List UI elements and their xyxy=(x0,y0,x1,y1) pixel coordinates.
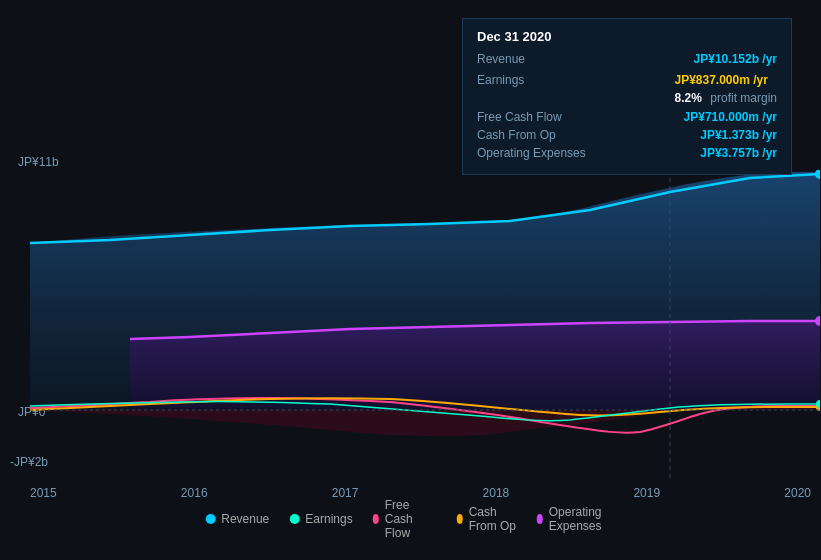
chart-legend: Revenue Earnings Free Cash Flow Cash Fro… xyxy=(205,498,616,540)
legend-opex[interactable]: Operating Expenses xyxy=(537,505,616,533)
tooltip-label-revenue: Revenue xyxy=(477,52,587,66)
tooltip-label-fcf: Free Cash Flow xyxy=(477,110,587,124)
legend-dot-earnings xyxy=(289,514,299,524)
legend-dot-fcf xyxy=(373,514,379,524)
earnings-group: JP¥837.000m /yr 8.2% profit margin xyxy=(674,70,777,106)
legend-cashfromop[interactable]: Cash From Op xyxy=(457,505,517,533)
tooltip-label-earnings: Earnings xyxy=(477,73,587,87)
legend-label-opex: Operating Expenses xyxy=(549,505,616,533)
tooltip-value-opex: JP¥3.757b /yr xyxy=(700,146,777,160)
x-label-2019: 2019 xyxy=(633,486,660,500)
x-label-2016: 2016 xyxy=(181,486,208,500)
x-label-2020: 2020 xyxy=(784,486,811,500)
profit-margin-label: profit margin xyxy=(710,91,777,105)
legend-dot-revenue xyxy=(205,514,215,524)
tooltip-value-revenue: JP¥10.152b /yr xyxy=(694,52,777,66)
tooltip-row-cashfromop: Cash From Op JP¥1.373b /yr xyxy=(477,128,777,142)
tooltip-label-cashfromop: Cash From Op xyxy=(477,128,587,142)
legend-label-cashfromop: Cash From Op xyxy=(469,505,517,533)
tooltip-row-opex: Operating Expenses JP¥3.757b /yr xyxy=(477,146,777,160)
legend-label-revenue: Revenue xyxy=(221,512,269,526)
y-label-top: JP¥11b xyxy=(18,155,59,169)
tooltip-row-revenue: Revenue JP¥10.152b /yr xyxy=(477,52,777,66)
tooltip-label-opex: Operating Expenses xyxy=(477,146,587,160)
legend-label-earnings: Earnings xyxy=(305,512,352,526)
legend-label-fcf: Free Cash Flow xyxy=(385,498,437,540)
chart-svg xyxy=(30,170,820,480)
tooltip-row-fcf: Free Cash Flow JP¥710.000m /yr xyxy=(477,110,777,124)
legend-fcf[interactable]: Free Cash Flow xyxy=(373,498,437,540)
x-label-2015: 2015 xyxy=(30,486,57,500)
chart-container: Dec 31 2020 Revenue JP¥10.152b /yr Earni… xyxy=(0,0,821,560)
profit-margin-value: 8.2% xyxy=(674,91,701,105)
tooltip-value-fcf: JP¥710.000m /yr xyxy=(684,110,777,124)
tooltip-value-earnings: JP¥837.000m /yr xyxy=(674,73,767,87)
tooltip-box: Dec 31 2020 Revenue JP¥10.152b /yr Earni… xyxy=(462,18,792,175)
legend-dot-cashfromop xyxy=(457,514,463,524)
legend-revenue[interactable]: Revenue xyxy=(205,512,269,526)
tooltip-value-cashfromop: JP¥1.373b /yr xyxy=(700,128,777,142)
legend-earnings[interactable]: Earnings xyxy=(289,512,352,526)
tooltip-date: Dec 31 2020 xyxy=(477,29,777,44)
tooltip-row-earnings: Earnings JP¥837.000m /yr 8.2% profit mar… xyxy=(477,70,777,106)
legend-dot-opex xyxy=(537,514,543,524)
